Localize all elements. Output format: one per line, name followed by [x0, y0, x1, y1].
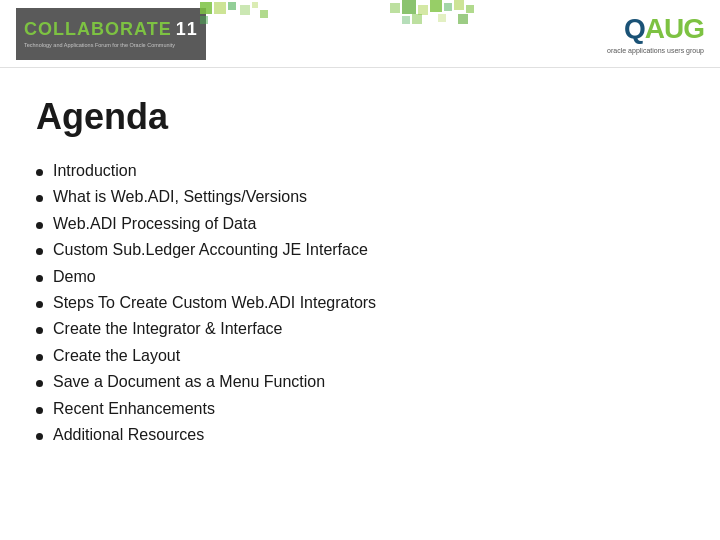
svg-rect-7	[390, 3, 400, 13]
svg-rect-13	[466, 5, 474, 13]
agenda-item-text: Custom Sub.Ledger Accounting JE Interfac…	[53, 237, 368, 263]
svg-rect-12	[454, 0, 464, 10]
header: COLLABORATE 11 Technology and Applicatio…	[0, 0, 720, 68]
agenda-item-text: Additional Resources	[53, 422, 204, 448]
bullet-icon	[36, 380, 43, 387]
oaug-subtitle: oracle applications users group	[607, 47, 704, 54]
svg-rect-11	[444, 3, 452, 11]
agenda-item-text: Create the Integrator & Interface	[53, 316, 282, 342]
bullet-icon	[36, 327, 43, 334]
agenda-item-text: Steps To Create Custom Web.ADI Integrato…	[53, 290, 376, 316]
bullet-icon	[36, 433, 43, 440]
bullet-icon	[36, 169, 43, 176]
collaborate-title: COLLABORATE	[24, 19, 172, 40]
agenda-item-text: Demo	[53, 264, 96, 290]
agenda-list: IntroductionWhat is Web.ADI, Settings/Ve…	[36, 158, 684, 448]
page-title: Agenda	[36, 96, 684, 138]
agenda-item: Introduction	[36, 158, 684, 184]
svg-rect-17	[458, 14, 468, 24]
agenda-item: Custom Sub.Ledger Accounting JE Interfac…	[36, 237, 684, 263]
svg-rect-5	[252, 2, 258, 8]
decoration-svg	[190, 0, 590, 68]
agenda-item-text: Web.ADI Processing of Data	[53, 211, 256, 237]
agenda-item: Save a Document as a Menu Function	[36, 369, 684, 395]
bullet-icon	[36, 222, 43, 229]
agenda-item: What is Web.ADI, Settings/Versions	[36, 184, 684, 210]
collaborate-subtitle: Technology and Applications Forum for th…	[24, 42, 198, 49]
bullet-icon	[36, 195, 43, 202]
svg-rect-14	[402, 16, 410, 24]
agenda-item: Recent Enhancements	[36, 396, 684, 422]
svg-rect-16	[438, 14, 446, 22]
collaborate-logo: COLLABORATE 11 Technology and Applicatio…	[16, 8, 206, 60]
agenda-item: Web.ADI Processing of Data	[36, 211, 684, 237]
svg-rect-8	[402, 0, 416, 14]
agenda-item-text: Create the Layout	[53, 343, 180, 369]
svg-rect-2	[228, 2, 236, 10]
bullet-icon	[36, 301, 43, 308]
agenda-item: Steps To Create Custom Web.ADI Integrato…	[36, 290, 684, 316]
agenda-item-text: Recent Enhancements	[53, 396, 215, 422]
agenda-item: Additional Resources	[36, 422, 684, 448]
bullet-icon	[36, 354, 43, 361]
svg-rect-0	[200, 2, 212, 14]
oaug-q-icon: Q	[624, 13, 645, 45]
bullet-icon	[36, 407, 43, 414]
svg-rect-1	[214, 2, 226, 14]
main-content: Agenda IntroductionWhat is Web.ADI, Sett…	[0, 68, 720, 468]
oaug-logo: Q AUG oracle applications users group	[574, 8, 704, 60]
agenda-item-text: Introduction	[53, 158, 137, 184]
agenda-item: Demo	[36, 264, 684, 290]
bullet-icon	[36, 248, 43, 255]
bullet-icon	[36, 275, 43, 282]
svg-rect-4	[240, 5, 250, 15]
header-decoration	[190, 0, 590, 68]
agenda-item: Create the Integrator & Interface	[36, 316, 684, 342]
agenda-item-text: Save a Document as a Menu Function	[53, 369, 325, 395]
svg-rect-15	[412, 14, 422, 24]
svg-rect-6	[260, 10, 268, 18]
agenda-item: Create the Layout	[36, 343, 684, 369]
svg-rect-10	[430, 0, 442, 12]
svg-rect-9	[418, 5, 428, 15]
agenda-item-text: What is Web.ADI, Settings/Versions	[53, 184, 307, 210]
oaug-brand: AUG	[645, 13, 704, 45]
svg-rect-3	[200, 16, 208, 24]
